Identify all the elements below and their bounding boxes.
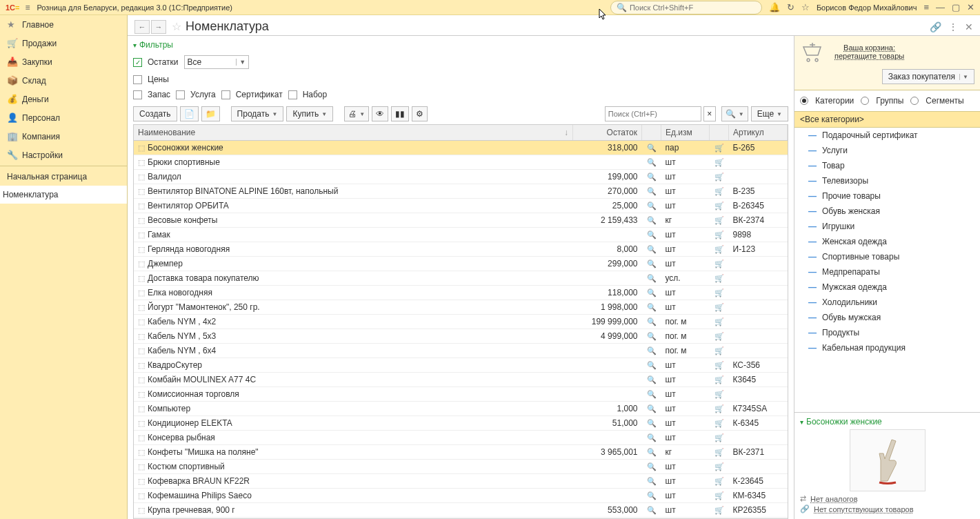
radio-categories[interactable] [800, 97, 808, 105]
magnifier-icon[interactable]: 🔍 [647, 404, 657, 413]
col-balance[interactable]: Остаток [573, 125, 642, 141]
table-row[interactable]: ⬚Гамак🔍шт🛒9898 [134, 228, 788, 242]
add-to-cart-icon[interactable]: 🛒 [714, 332, 724, 340]
magnifier-icon[interactable]: 🔍 [647, 231, 657, 239]
stock-checkbox[interactable] [133, 90, 142, 99]
global-search[interactable]: 🔍 [610, 1, 762, 14]
table-row[interactable]: ⬚Компьютер1,000🔍шт🛒К7345SA [134, 402, 788, 416]
table-search[interactable] [605, 106, 701, 121]
add-to-cart-icon[interactable]: 🛒 [714, 317, 724, 326]
col-unit[interactable]: Ед.изм [661, 125, 710, 141]
add-to-cart-icon[interactable]: 🛒 [714, 274, 724, 282]
balances-checkbox[interactable]: ✓ [133, 58, 142, 67]
table-row[interactable]: ⬚Брюки спортивные🔍шт🛒 [134, 155, 788, 170]
magnifier-icon[interactable]: 🔍 [647, 216, 657, 224]
gear-button[interactable]: ⚙ [412, 106, 428, 121]
nav-item-0[interactable]: ★Главное [0, 15, 127, 34]
magnifier-icon[interactable]: 🔍 [647, 361, 657, 369]
category-item[interactable]: —Продукты [794, 325, 980, 340]
category-item[interactable]: —Товар [794, 158, 980, 173]
add-to-cart-icon[interactable]: 🛒 [714, 477, 724, 485]
magnifier-icon[interactable]: 🔍 [647, 433, 657, 442]
no-related-link[interactable]: Нет сопутствующих товаров [814, 505, 914, 513]
category-item[interactable]: —Подарочный сертификат [794, 128, 980, 143]
preview-toggle[interactable]: ▾ Босоножки женские [800, 417, 974, 427]
nav-item-6[interactable]: 🏢Компания [0, 127, 127, 146]
nav-bottom-0[interactable]: Начальная страница [0, 168, 127, 186]
nav-item-4[interactable]: 💰Деньги [0, 90, 127, 108]
radio-groups[interactable] [861, 97, 869, 105]
add-to-cart-icon[interactable]: 🛒 [714, 433, 724, 442]
add-to-cart-icon[interactable]: 🛒 [714, 158, 724, 166]
add-to-cart-icon[interactable]: 🛒 [714, 506, 724, 514]
nav-item-3[interactable]: 📦Склад [0, 71, 127, 90]
close-page-icon[interactable]: ✕ [965, 21, 973, 32]
table-row[interactable]: ⬚Босоножки женские318,000🔍пар🛒Б-265 [134, 141, 788, 155]
magnifier-icon[interactable]: 🔍 [647, 288, 657, 297]
category-item[interactable]: —Обувь мужская [794, 310, 980, 325]
cert-checkbox[interactable] [221, 90, 230, 99]
buy-button[interactable]: Купить▼ [286, 106, 333, 121]
add-to-cart-icon[interactable]: 🛒 [714, 144, 724, 152]
add-to-cart-icon[interactable]: 🛒 [714, 303, 724, 311]
no-analogues-link[interactable]: Нет аналогов [810, 495, 858, 503]
add-to-cart-icon[interactable]: 🛒 [714, 375, 724, 384]
cart-link[interactable]: Ваша корзина:перетащите товары [834, 43, 904, 60]
back-button[interactable]: ← [134, 20, 150, 34]
forward-button[interactable]: → [151, 20, 166, 34]
more-icon[interactable]: ⋮ [948, 21, 958, 32]
magnifier-icon[interactable]: 🔍 [647, 462, 657, 471]
table-row[interactable]: ⬚Валидол199,000🔍шт🛒 [134, 170, 788, 184]
nav-item-7[interactable]: 🔧Настройки [0, 146, 127, 164]
magnifier-icon[interactable]: 🔍 [647, 419, 657, 427]
table-row[interactable]: ⬚Елка новогодняя118,000🔍шт🛒 [134, 286, 788, 300]
category-item[interactable]: —Прочие товары [794, 188, 980, 204]
magnifier-icon[interactable]: 🔍 [647, 491, 657, 500]
add-to-cart-icon[interactable]: 🛒 [714, 202, 724, 210]
table-row[interactable]: ⬚Кабель NYM , 4x2199 999,000🔍пог. м🛒 [134, 315, 788, 329]
clear-search-button[interactable]: × [703, 106, 716, 121]
table-row[interactable]: ⬚Весовые конфеты2 159,433🔍кг🛒ВК-2374 [134, 213, 788, 228]
table-row[interactable]: ⬚Кабель NYM , 5x34 999,000🔍пог. м🛒 [134, 329, 788, 344]
magnifier-icon[interactable]: 🔍 [647, 245, 657, 253]
minimize-icon[interactable]: — [936, 2, 945, 12]
table-row[interactable]: ⬚Герлянда новогодняя8,000🔍шт🛒И-123 [134, 242, 788, 257]
categories-header[interactable]: <Все категории> [794, 111, 980, 128]
category-item[interactable]: —Телевизоры [794, 173, 980, 188]
global-search-input[interactable] [630, 3, 756, 12]
nav-bottom-1[interactable]: Номенклатура [0, 186, 127, 204]
magnifier-icon[interactable]: 🔍 [647, 317, 657, 326]
main-menu-icon[interactable]: ≡ [26, 3, 30, 12]
table-row[interactable]: ⬚Йогурт "Мамонтенок", 250 гр.1 998,000🔍ш… [134, 300, 788, 315]
create-button[interactable]: Создать [133, 106, 177, 121]
table-row[interactable]: ⬚Кофемашина Philips Saeco🔍шт🛒КМ-6345 [134, 489, 788, 503]
magnifier-icon[interactable]: 🔍 [647, 187, 657, 195]
favorite-icon[interactable]: ☆ [172, 20, 181, 33]
magnifier-icon[interactable]: 🔍 [647, 303, 657, 311]
add-to-cart-icon[interactable]: 🛒 [714, 462, 724, 471]
category-item[interactable]: —Кабельная продукция [794, 340, 980, 355]
col-name[interactable]: Наименование↓ [134, 125, 573, 141]
service-checkbox[interactable] [176, 90, 185, 99]
add-to-cart-icon[interactable]: 🛒 [714, 187, 724, 195]
items-table[interactable]: Наименование↓ Остаток Ед.изм Артикул ⬚Бо… [133, 124, 788, 519]
nav-item-2[interactable]: 📥Закупки [0, 52, 127, 71]
add-to-cart-icon[interactable]: 🛒 [714, 216, 724, 224]
magnifier-icon[interactable]: 🔍 [647, 448, 657, 456]
table-row[interactable]: ⬚Костюм спортивный🔍шт🛒 [134, 460, 788, 474]
find-button[interactable]: 🔍▼ [721, 106, 748, 121]
add-to-cart-icon[interactable]: 🛒 [714, 173, 724, 181]
close-icon[interactable]: ✕ [967, 2, 974, 12]
more-button[interactable]: Еще▼ [751, 106, 788, 121]
user-name[interactable]: Борисов Федор Михайлович [817, 3, 917, 12]
table-row[interactable]: ⬚Джемпер299,000🔍шт🛒 [134, 257, 788, 271]
bell-icon[interactable]: 🔔 [769, 2, 780, 12]
category-item[interactable]: —Игрушки [794, 219, 980, 234]
category-item[interactable]: —Обувь женская [794, 204, 980, 219]
magnifier-icon[interactable]: 🔍 [647, 260, 657, 268]
set-checkbox[interactable] [288, 90, 297, 99]
balances-select[interactable]: Все ▼ [184, 55, 250, 69]
magnifier-icon[interactable]: 🔍 [647, 346, 657, 355]
nav-item-5[interactable]: 👤Персонал [0, 108, 127, 127]
create-group-button[interactable]: 📁 [201, 106, 220, 121]
